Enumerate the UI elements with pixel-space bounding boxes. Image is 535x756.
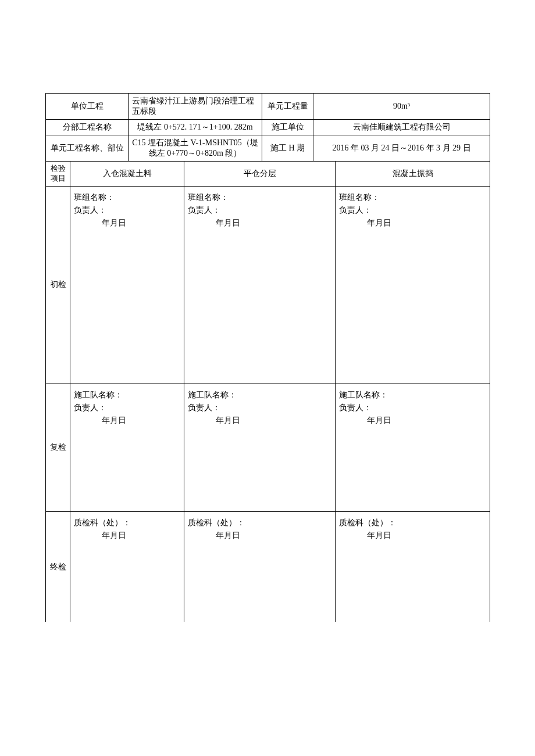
person-label: 负责人：	[339, 205, 486, 216]
date-label: 年月日	[188, 531, 331, 541]
unit-qty-value: 90m³	[313, 94, 490, 120]
unit-part-value: C15 埋石混凝土 V-1-MSHNT05（堤线左 0+770～0+820m 段…	[129, 135, 262, 162]
construction-unit-value: 云南佳顺建筑工程有限公司	[313, 120, 490, 135]
date-label: 年月日	[188, 218, 331, 228]
date-label: 年月日	[74, 415, 180, 426]
initial-check-cell-3: 班组名称： 负责人： 年月日	[336, 186, 490, 384]
team-label: 施工队名称：	[188, 390, 331, 400]
header-row-3: 单元工程名称、部位 C15 埋石混凝土 V-1-MSHNT05（堤线左 0+77…	[46, 135, 490, 162]
team-label: 施工队名称：	[74, 390, 180, 400]
recheck-label: 复检	[46, 384, 70, 511]
check-col2: 平仓分层	[184, 162, 336, 187]
check-items-row: 检验项目 入仓混凝土料 平仓分层 混凝土振捣	[46, 162, 490, 187]
initial-check-label: 初检	[46, 186, 70, 384]
final-check-row: 终检 质检科（处）： 年月日 质检科（处）： 年月日 质检科（处）： 年月日	[46, 511, 490, 622]
check-col3: 混凝土振捣	[336, 162, 490, 187]
unit-project-label: 单位工程	[46, 94, 129, 120]
period-value: 2016 年 03 月 24 日～2016 年 3 月 29 日	[313, 135, 490, 162]
final-check-cell-1: 质检科（处）： 年月日	[70, 511, 184, 622]
dept-label: 质检科（处）：	[188, 518, 331, 528]
signature-block: 班组名称： 负责人： 年月日	[336, 187, 490, 234]
check-label: 检验项目	[46, 162, 70, 187]
form-table: 单位工程 云南省绿汁江上游易门段治理工程五标段 单元工程量 90m³ 分部工程名…	[45, 93, 490, 622]
date-label: 年月日	[74, 531, 180, 541]
final-check-label: 终检	[46, 511, 70, 622]
recheck-cell-1: 施工队名称： 负责人： 年月日	[70, 384, 184, 511]
sub-project-label: 分部工程名称	[46, 120, 129, 135]
signature-block: 质检科（处）： 年月日	[184, 512, 335, 547]
date-label: 年月日	[339, 531, 486, 541]
date-label: 年月日	[339, 415, 486, 426]
check-col1: 入仓混凝土料	[70, 162, 184, 187]
person-label: 负责人：	[74, 205, 180, 216]
person-label: 负责人：	[188, 403, 331, 413]
date-label: 年月日	[339, 218, 486, 228]
recheck-cell-2: 施工队名称： 负责人： 年月日	[184, 384, 336, 511]
signature-block: 施工队名称： 负责人： 年月日	[184, 384, 335, 432]
signature-block: 班组名称： 负责人： 年月日	[70, 187, 184, 234]
construction-unit-label: 施工单位	[262, 120, 313, 135]
team-label: 班组名称：	[74, 192, 180, 203]
recheck-row: 复检 施工队名称： 负责人： 年月日 施工队名称： 负责人： 年月日 施工队名称…	[46, 384, 490, 511]
signature-block: 施工队名称： 负责人： 年月日	[336, 384, 490, 432]
person-label: 负责人：	[188, 205, 331, 216]
person-label: 负责人：	[339, 403, 486, 413]
team-label: 施工队名称：	[339, 390, 486, 400]
final-check-cell-3: 质检科（处）： 年月日	[336, 511, 490, 622]
signature-block: 班组名称： 负责人： 年月日	[184, 187, 335, 234]
header-row-1: 单位工程 云南省绿汁江上游易门段治理工程五标段 单元工程量 90m³	[46, 94, 490, 120]
recheck-cell-3: 施工队名称： 负责人： 年月日	[336, 384, 490, 511]
initial-check-cell-2: 班组名称： 负责人： 年月日	[184, 186, 336, 384]
dept-label: 质检科（处）：	[339, 518, 486, 528]
unit-project-value: 云南省绿汁江上游易门段治理工程五标段	[129, 94, 262, 120]
date-label: 年月日	[74, 218, 180, 228]
date-label: 年月日	[188, 415, 331, 426]
team-label: 班组名称：	[188, 192, 331, 203]
signature-block: 质检科（处）： 年月日	[70, 512, 184, 547]
signature-block: 质检科（处）： 年月日	[336, 512, 490, 547]
unit-qty-label: 单元工程量	[262, 94, 313, 120]
dept-label: 质检科（处）：	[74, 518, 180, 528]
page: 单位工程 云南省绿汁江上游易门段治理工程五标段 单元工程量 90m³ 分部工程名…	[0, 0, 535, 756]
final-check-cell-2: 质检科（处）： 年月日	[184, 511, 336, 622]
period-label: 施工 H 期	[262, 135, 313, 162]
signature-block: 施工队名称： 负责人： 年月日	[70, 384, 184, 432]
header-row-2: 分部工程名称 堤线左 0+572. 171～1+100. 282m 施工单位 云…	[46, 120, 490, 135]
unit-part-label: 单元工程名称、部位	[46, 135, 129, 162]
sub-project-value: 堤线左 0+572. 171～1+100. 282m	[129, 120, 262, 135]
person-label: 负责人：	[74, 403, 180, 413]
team-label: 班组名称：	[339, 192, 486, 203]
initial-check-cell-1: 班组名称： 负责人： 年月日	[70, 186, 184, 384]
initial-check-row: 初检 班组名称： 负责人： 年月日 班组名称： 负责人： 年月日 班组名称： 负…	[46, 186, 490, 384]
